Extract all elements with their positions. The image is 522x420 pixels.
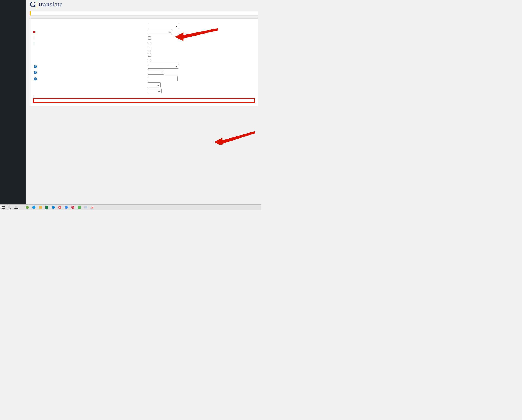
taskbar-app-icon[interactable] — [38, 205, 42, 210]
flag-style-select[interactable] — [148, 89, 161, 93]
svg-rect-1 — [37, 1, 37, 8]
svg-rect-15 — [39, 206, 42, 209]
svg-point-17 — [52, 206, 55, 209]
main-content: G translate — [26, 0, 261, 210]
svg-rect-7 — [1, 208, 3, 209]
svg-point-20 — [65, 206, 68, 209]
subdomain-code — [33, 42, 35, 45]
taskbar-app-icon[interactable] — [51, 205, 55, 210]
help-icon[interactable]: ? — [34, 77, 37, 80]
floating-selector-select[interactable] — [148, 70, 164, 75]
annotation-arrow-icon — [214, 130, 255, 145]
gtranslate-logo: G translate — [30, 0, 258, 11]
svg-text:W: W — [91, 206, 93, 209]
svg-rect-23 — [78, 206, 81, 209]
svg-point-19 — [59, 207, 60, 208]
subdir-checkbox[interactable] — [148, 36, 151, 40]
svg-rect-6 — [3, 206, 5, 207]
show-in-menu-select[interactable] — [148, 64, 179, 69]
translate-from-label — [33, 31, 35, 33]
svg-rect-11 — [15, 206, 17, 208]
help-icon[interactable]: ? — [34, 71, 37, 74]
task-view-icon[interactable] — [14, 205, 18, 210]
svg-point-9 — [8, 206, 10, 208]
taskbar-app-icon[interactable] — [77, 205, 81, 210]
svg-rect-16 — [45, 206, 48, 209]
windows-taskbar: G W — [0, 204, 261, 210]
wrapper-css-input[interactable] — [148, 76, 177, 81]
svg-rect-8 — [3, 208, 5, 209]
cdn-checkbox[interactable] — [148, 59, 151, 62]
svg-rect-5 — [1, 206, 3, 207]
translate-from-select[interactable] — [148, 30, 172, 34]
taskbar-app-icon[interactable]: W — [90, 205, 94, 210]
search-icon[interactable] — [7, 205, 12, 210]
svg-rect-24 — [84, 206, 87, 208]
taskbar-app-icon[interactable] — [64, 205, 69, 210]
help-icon[interactable]: ? — [34, 65, 37, 68]
admin-sidebar — [0, 0, 26, 210]
open-direction-select[interactable] — [148, 83, 161, 87]
svg-line-10 — [10, 208, 11, 209]
language-grid — [33, 98, 255, 103]
svg-text:translate: translate — [39, 1, 63, 8]
svg-text:G: G — [72, 206, 74, 209]
taskbar-app-icon[interactable] — [84, 205, 88, 210]
taskbar-app-icon[interactable] — [25, 205, 30, 210]
taskbar-app-icon[interactable] — [45, 205, 49, 210]
svg-point-13 — [26, 206, 29, 209]
start-button[interactable] — [1, 205, 5, 210]
widget-options-panel: ? ? ? — [30, 18, 258, 106]
subdir-code — [33, 36, 35, 40]
native-checkbox[interactable] — [148, 48, 151, 51]
widget-look-select[interactable] — [148, 23, 179, 28]
autoswitch-checkbox[interactable] — [148, 53, 151, 56]
taskbar-app-icon[interactable] — [32, 205, 36, 210]
subdomain-checkbox[interactable] — [148, 42, 151, 45]
svg-point-14 — [32, 206, 35, 209]
taskbar-app-icon[interactable] — [58, 205, 62, 210]
taskbar-app-icon[interactable]: G — [71, 205, 75, 210]
mailchimp-notice — [30, 11, 258, 15]
svg-text:G: G — [30, 0, 36, 9]
svg-marker-4 — [214, 131, 255, 145]
